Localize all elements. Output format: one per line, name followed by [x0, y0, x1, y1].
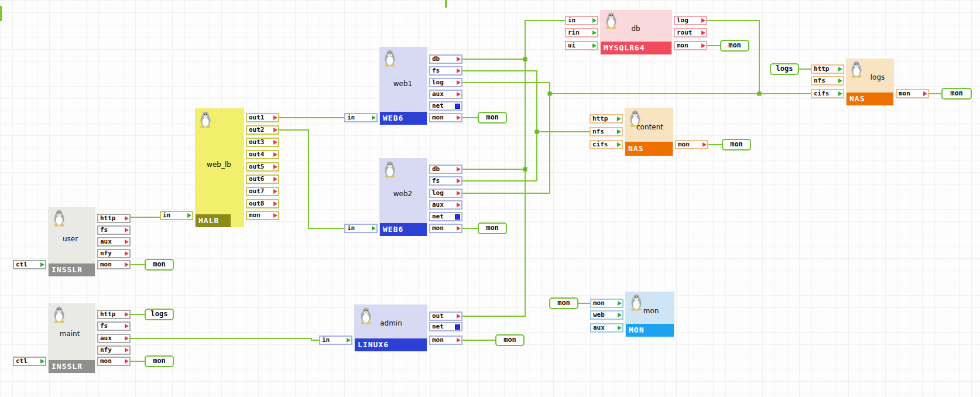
- port-content-http[interactable]: http: [590, 114, 623, 124]
- port-maint-fs[interactable]: fs: [97, 321, 131, 331]
- port-admin-mon[interactable]: mon: [429, 336, 462, 345]
- port-content-mon[interactable]: mon: [675, 140, 708, 149]
- port-label: log: [432, 78, 444, 87]
- port-db-log[interactable]: log: [674, 16, 707, 25]
- port-web_lb-mon[interactable]: mon: [246, 211, 279, 220]
- port-mon-web[interactable]: web: [590, 310, 623, 320]
- port-user-ctl[interactable]: ctl: [13, 260, 46, 269]
- port-label: mon: [678, 141, 690, 149]
- terminal-logs[interactable]: logs: [770, 63, 799, 75]
- port-web2-fs[interactable]: fs: [429, 176, 462, 186]
- port-mon-mon[interactable]: mon: [590, 299, 623, 308]
- port-web1-db[interactable]: db: [429, 54, 462, 64]
- port-maint-ctl[interactable]: ctl: [13, 357, 46, 366]
- port-web_lb-out2[interactable]: out2: [246, 125, 279, 135]
- port-web2-in[interactable]: in: [344, 224, 378, 233]
- port-web_lb-in[interactable]: in: [160, 211, 193, 220]
- port-logs-nfs[interactable]: nfs: [811, 76, 844, 85]
- port-web2-net[interactable]: net: [429, 212, 462, 221]
- port-user-nfy[interactable]: nfy: [97, 249, 131, 258]
- terminal-mon[interactable]: mon: [145, 259, 174, 271]
- port-db-rout[interactable]: rout: [674, 28, 707, 37]
- port-user-aux[interactable]: aux: [97, 237, 131, 247]
- node-badge-admin: LINUX6: [355, 338, 427, 351]
- port-label: in: [163, 211, 170, 220]
- port-user-fs[interactable]: fs: [97, 225, 131, 235]
- node-mon[interactable]: monMON: [625, 292, 674, 337]
- port-web_lb-out6[interactable]: out6: [246, 174, 279, 184]
- junction-dot: [523, 57, 527, 61]
- terminal-mon[interactable]: mon: [495, 334, 525, 346]
- port-maint-aux[interactable]: aux: [97, 334, 131, 343]
- port-web1-log[interactable]: log: [429, 78, 462, 87]
- node-title-admin: admin: [380, 319, 402, 327]
- port-logs-http[interactable]: http: [811, 64, 844, 74]
- port-web1-fs[interactable]: fs: [429, 66, 462, 76]
- terminal-mon[interactable]: mon: [941, 88, 972, 100]
- junction-dot: [548, 92, 552, 96]
- node-admin[interactable]: adminLINUX6: [354, 304, 427, 351]
- node-web1[interactable]: web1WEB6: [379, 47, 427, 125]
- node-web2[interactable]: web2WEB6: [379, 158, 427, 236]
- node-web_lb[interactable]: web_lbHALB: [195, 108, 244, 227]
- port-label: web: [593, 311, 605, 319]
- terminal-mon[interactable]: mon: [145, 355, 174, 367]
- wire-db-log-to-log-bus[interactable]: [707, 20, 759, 94]
- node-title-web2: web2: [393, 190, 412, 198]
- port-db-ui[interactable]: ui: [565, 41, 598, 50]
- port-web_lb-out3[interactable]: out3: [246, 138, 279, 147]
- node-user[interactable]: userINSSLR: [48, 207, 95, 276]
- port-web2-log[interactable]: log: [429, 189, 462, 198]
- blue-square-icon: [455, 214, 460, 220]
- port-web1-mon[interactable]: mon: [429, 113, 462, 122]
- red-arrow-right-icon: [457, 191, 461, 196]
- port-db-mon[interactable]: mon: [674, 41, 707, 50]
- port-admin-out[interactable]: out: [429, 312, 462, 321]
- wire-maint-aux-to-admin-in[interactable]: [131, 338, 319, 340]
- terminal-mon[interactable]: mon: [720, 40, 749, 52]
- red-arrow-right-icon: [125, 324, 129, 328]
- port-admin-in[interactable]: in: [319, 336, 352, 345]
- tux-icon: [604, 12, 619, 32]
- port-label: cifs: [814, 90, 830, 98]
- port-maint-nfy[interactable]: nfy: [97, 345, 131, 355]
- port-content-nfs[interactable]: nfs: [590, 127, 623, 136]
- port-web_lb-out5[interactable]: out5: [246, 162, 279, 172]
- port-content-cifs[interactable]: cifs: [590, 140, 623, 149]
- node-maint[interactable]: maintINSSLR: [48, 303, 95, 373]
- port-web2-mon[interactable]: mon: [429, 224, 462, 233]
- port-mon-aux[interactable]: aux: [590, 323, 623, 333]
- port-label: out5: [249, 163, 265, 171]
- port-web1-net[interactable]: net: [429, 101, 462, 111]
- port-web1-in[interactable]: in: [344, 113, 378, 122]
- port-db-rin[interactable]: rin: [565, 28, 598, 37]
- port-web2-aux[interactable]: aux: [429, 200, 462, 210]
- port-web2-db[interactable]: db: [429, 165, 462, 174]
- node-content[interactable]: contentNAS: [625, 108, 673, 156]
- port-db-in[interactable]: in: [565, 16, 598, 25]
- port-label: db: [432, 165, 440, 173]
- node-db[interactable]: dbMYSQLR64: [600, 10, 672, 54]
- port-label: aux: [432, 90, 444, 98]
- port-admin-net[interactable]: net: [429, 322, 462, 331]
- port-web_lb-out4[interactable]: out4: [246, 150, 279, 159]
- port-web_lb-out8[interactable]: out8: [246, 199, 279, 208]
- port-maint-http[interactable]: http: [97, 310, 131, 319]
- terminal-mon[interactable]: mon: [478, 223, 507, 234]
- port-logs-mon[interactable]: mon: [896, 89, 929, 98]
- wire-weblb-out2-to-web2-in[interactable]: [279, 130, 344, 228]
- node-badge-logs: NAS: [847, 93, 893, 105]
- port-web1-aux[interactable]: aux: [429, 90, 462, 99]
- terminal-mon[interactable]: mon: [478, 112, 507, 124]
- diagram-canvas[interactable]: userINSSLRctlhttpfsauxnfymonmaintINSSLRc…: [0, 0, 980, 397]
- node-logs[interactable]: logsNAS: [846, 59, 894, 105]
- port-user-mon[interactable]: mon: [97, 260, 131, 269]
- port-user-http[interactable]: http: [97, 214, 131, 223]
- port-web_lb-out7[interactable]: out7: [246, 187, 279, 196]
- port-maint-mon[interactable]: mon: [97, 357, 131, 366]
- terminal-mon[interactable]: mon: [722, 139, 751, 150]
- terminal-mon[interactable]: mon: [549, 297, 578, 309]
- port-web_lb-out1[interactable]: out1: [246, 113, 279, 122]
- terminal-logs[interactable]: logs: [145, 309, 174, 320]
- port-logs-cifs[interactable]: cifs: [811, 89, 844, 98]
